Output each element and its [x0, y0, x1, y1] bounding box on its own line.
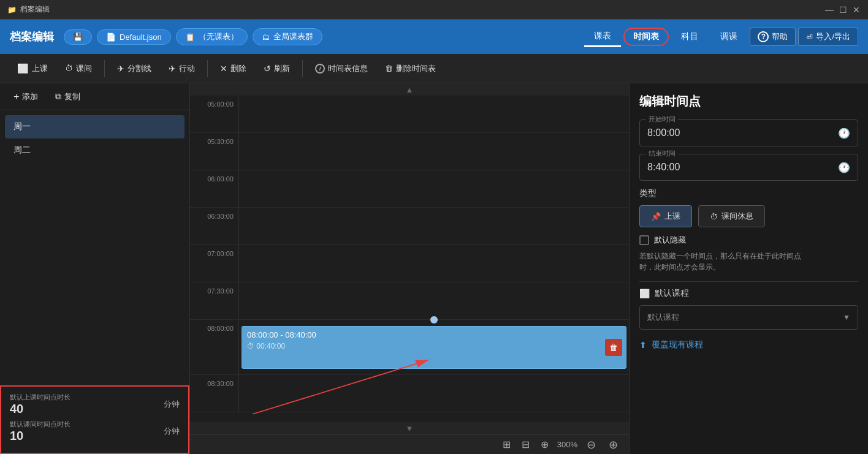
titlebar-title: 📁 档案编辑	[7, 4, 50, 15]
refresh-label: 刷新	[274, 63, 290, 74]
action-icon: ✈	[169, 64, 176, 74]
break-type-icon: ⏱	[710, 212, 718, 221]
cover-courses-btn[interactable]: ⬆ 覆盖现有课程	[639, 337, 858, 353]
day-item-tue[interactable]: 周二	[5, 138, 185, 162]
all-schedule-icon: 🗂	[262, 32, 270, 42]
class-type-icon: 📌	[651, 212, 661, 221]
plus-icon: +	[13, 91, 19, 102]
nav-subject[interactable]: 科目	[671, 28, 708, 46]
type-class-btn[interactable]: 📌 上课	[639, 205, 692, 227]
titlebar-text: 档案编辑	[20, 4, 50, 15]
time-content-0630[interactable]	[239, 208, 629, 244]
left-toolbar: + 添加 ⧉ 复制	[0, 83, 189, 110]
right-panel: 编辑时间点 开始时间 🕐 结束时间 🕐 类型 📌 上课 ⏱ 课间休息	[629, 83, 868, 454]
doc-icon: 📄	[106, 32, 116, 42]
time-label-0830: 08:30:00	[190, 375, 239, 412]
nav-schedule[interactable]: 课表	[584, 27, 621, 47]
hide-checkbox[interactable]	[639, 235, 649, 245]
class-duration-unit: 分钟	[164, 399, 180, 410]
brand-title: 档案编辑	[10, 29, 54, 44]
delete-timetable-btn[interactable]: 🗑 删除时间表	[378, 59, 443, 78]
main-content: + 添加 ⧉ 复制 周一 周二 默认上课时间点时长 40	[0, 83, 868, 454]
class-type-label: 上课	[664, 211, 680, 222]
zoom-in-btn[interactable]: ⊕	[604, 436, 622, 453]
add-class-btn[interactable]: ⬜ 上课	[10, 59, 55, 78]
scroll-down-btn[interactable]: ▼	[190, 422, 629, 434]
maximize-btn[interactable]: ☐	[839, 6, 847, 14]
default-json-pill[interactable]: 📄 Default.json	[97, 29, 171, 45]
sep3	[302, 60, 303, 77]
columns-icon[interactable]: ⊟	[518, 436, 533, 453]
nav-adjust[interactable]: 调课	[710, 28, 747, 46]
time-label-0630: 06:30:00	[190, 208, 239, 244]
time-content-0530[interactable]	[239, 133, 629, 170]
center-panel: ▲ 05:00:00 05:30:00 06:00:00	[190, 83, 629, 454]
time-label-0800: 08:00:00	[190, 320, 239, 374]
copy-day-btn[interactable]: ⧉ 复制	[49, 88, 86, 105]
grid-icon[interactable]: ⊞	[499, 436, 514, 453]
trash-icon-event: 🗑	[609, 342, 618, 352]
minimize-btn[interactable]: —	[825, 6, 834, 14]
default-json-label: Default.json	[120, 32, 162, 42]
divider-1	[639, 281, 858, 282]
break-duration-value: 10	[10, 429, 70, 443]
action-btn[interactable]: ✈ 行动	[161, 59, 202, 78]
time-row-0700: 07:00:00	[190, 245, 629, 282]
no-schedule-pill[interactable]: 📋 （无课表）	[176, 28, 248, 45]
delete-btn[interactable]: ✕ 删除	[213, 59, 254, 78]
timetable-info-btn[interactable]: i 时间表信息	[308, 59, 375, 78]
save-icon: 💾	[73, 32, 83, 42]
default-course-dropdown[interactable]: 默认课程 ▼	[639, 305, 858, 330]
event-drag-handle[interactable]	[430, 316, 438, 323]
time-content-0800[interactable]: 08:00:00 - 08:40:00 ⏱ 00:40:00 🗑	[239, 320, 629, 374]
toolbar: ⬜ 上课 ⏱ 课间 ✈ 分割线 ✈ 行动 ✕ 删除 ↺ 刷新 i 时间表信息 🗑…	[0, 54, 868, 83]
add-btn-label: 添加	[22, 91, 38, 102]
time-content-0830[interactable]	[239, 375, 629, 412]
time-content-0730[interactable]	[239, 282, 629, 319]
bottom-icons: ⊞ ⊟ ⊕	[499, 436, 552, 453]
bottom-info-box: 默认上课时间点时长 40 分钟 默认课间时间点时长 10 分钟	[0, 385, 189, 454]
event-delete-btn[interactable]: 🗑	[605, 339, 622, 356]
chevron-down-icon: ▼	[843, 313, 850, 322]
timeline-scroll[interactable]: 05:00:00 05:30:00 06:00:00 06:30:00 07:0…	[190, 96, 629, 422]
scroll-up-btn[interactable]: ▲	[190, 83, 629, 96]
titlebar-icon: 📁	[7, 6, 17, 14]
import-export-label: 导入/导出	[816, 31, 850, 42]
add-break-icon: ⏱	[65, 64, 73, 73]
time-content-0500[interactable]	[239, 96, 629, 132]
time-row-0530: 05:30:00	[190, 133, 629, 170]
zoom-out-btn[interactable]: ⊖	[582, 436, 600, 453]
time-row-0800: 08:00:00 08:00:00 - 08:40:00 ⏱ 00:40:00 …	[190, 320, 629, 375]
nav-timetable[interactable]: 时间表	[623, 28, 669, 46]
refresh-btn[interactable]: ↺ 刷新	[256, 59, 297, 78]
event-block[interactable]: 08:00:00 - 08:40:00 ⏱ 00:40:00 🗑	[242, 326, 626, 369]
hide-checkbox-row: 默认隐藏	[639, 235, 858, 246]
close-btn[interactable]: ✕	[852, 6, 861, 14]
type-break-btn[interactable]: ⏱ 课间休息	[698, 205, 765, 227]
add-class-label: 上课	[32, 63, 48, 74]
hide-label: 默认隐藏	[654, 235, 686, 246]
help-btn[interactable]: ? 帮助	[750, 28, 796, 46]
add-day-btn[interactable]: + 添加	[7, 88, 44, 105]
add-break-btn[interactable]: ⏱ 课间	[58, 59, 99, 78]
divider-label: 分割线	[128, 63, 151, 74]
time-row-0600: 06:00:00	[190, 170, 629, 208]
time-label-0500: 05:00:00	[190, 96, 239, 132]
event-duration: ⏱ 00:40:00	[247, 342, 621, 350]
type-label: 类型	[639, 188, 858, 199]
save-btn[interactable]: 💾	[64, 29, 92, 45]
add-class-icon: ⬜	[17, 63, 29, 74]
topbar: 档案编辑 💾 📄 Default.json 📋 （无课表） 🗂 全局课表群 课表…	[0, 20, 868, 54]
start-time-input[interactable]	[640, 120, 858, 146]
import-export-btn[interactable]: ⏎ 导入/导出	[798, 28, 858, 46]
time-content-0600[interactable]	[239, 170, 629, 207]
day-item-mon[interactable]: 周一	[5, 115, 185, 138]
break-type-label: 课间休息	[721, 211, 753, 222]
time-content-0700[interactable]	[239, 245, 629, 282]
all-schedule-pill[interactable]: 🗂 全局课表群	[253, 28, 322, 45]
divider-btn[interactable]: ✈ 分割线	[110, 59, 159, 78]
time-row-0730: 07:30:00	[190, 282, 629, 320]
compass-icon[interactable]: ⊕	[537, 436, 552, 453]
end-time-input[interactable]	[640, 154, 858, 180]
zoom-percent-value: 300%	[557, 440, 577, 449]
